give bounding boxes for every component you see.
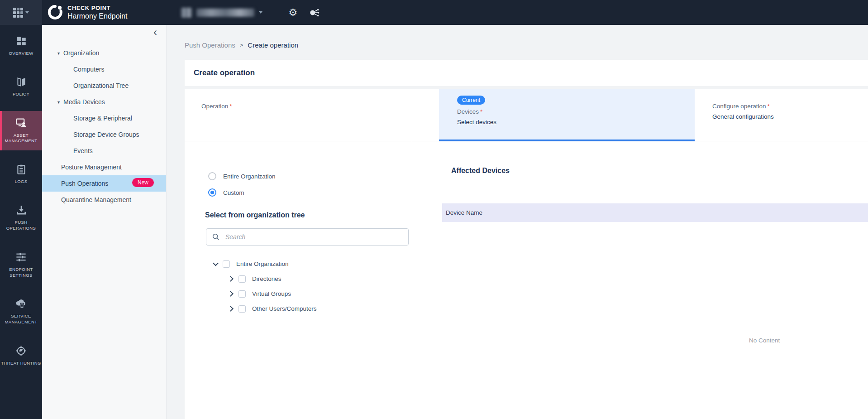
subnav-item-push-operations[interactable]: Push OperationsNew [42, 175, 166, 192]
tree-label: Entire Organization [236, 260, 289, 267]
subnav-item-quarantine-management[interactable]: Quarantine Management [42, 192, 166, 208]
subnav-item-posture-management[interactable]: Posture Management [42, 159, 166, 175]
sidebar-item-label: THREAT HUNTING [1, 361, 41, 366]
cloud-doc-icon [15, 298, 27, 310]
new-badge: New [132, 178, 154, 187]
step-label: Devices [457, 108, 479, 115]
tree-label: Virtual Groups [252, 290, 291, 297]
subnav-item-storage-device-groups[interactable]: Storage Device Groups [42, 126, 166, 143]
topbar: CHECK POINT Harmony Endpoint ⚙ [0, 0, 868, 25]
chevron-down-icon [25, 11, 29, 14]
step-content: Entire Organization Custom Select from o… [185, 141, 868, 419]
sidebar-item-label: SERVICE MANAGEMENT [1, 313, 41, 325]
subnav-label: Quarantine Management [61, 196, 131, 203]
subnav-label: Organizational Tree [73, 82, 129, 89]
subnav-label: Computers [73, 66, 104, 73]
subnav-item-events[interactable]: Events [42, 143, 166, 159]
tree-label: Other Users/Computers [252, 305, 317, 312]
subnav-item-organizational-tree[interactable]: Organizational Tree [42, 77, 166, 94]
harmony-endpoint-screen: CHECK POINT Harmony Endpoint ⚙ [0, 0, 868, 419]
step-configure-operation[interactable]: Configure operation* General configurati… [699, 89, 868, 141]
triangle-down-icon: ▾ [57, 100, 60, 105]
breadcrumb-push-operations[interactable]: Push Operations [185, 41, 235, 49]
settings-button[interactable]: ⚙ [289, 8, 298, 18]
step-sublabel: General configurations [712, 113, 868, 120]
checkbox[interactable] [238, 275, 246, 283]
step-label: Operation [201, 103, 228, 110]
subnav-item-organization[interactable]: ▾Organization [42, 45, 166, 61]
sidebar-item-asset-management[interactable]: ASSET MANAGEMENT [0, 111, 42, 151]
required-asterisk: * [229, 103, 232, 110]
step-devices-current[interactable]: Current Devices* Select devices [439, 89, 695, 141]
search-input[interactable] [225, 233, 403, 241]
chevron-down-icon [259, 11, 262, 14]
app-launcher-button[interactable] [0, 0, 42, 25]
product-name: Harmony Endpoint [67, 12, 128, 20]
step-operation[interactable]: Operation* [185, 89, 439, 141]
sidebar-item-endpoint-settings[interactable]: ENDPOINT SETTINGS [0, 245, 42, 285]
subnav-label: Events [73, 147, 93, 154]
brand-name: CHECK POINT [67, 5, 128, 11]
step-label: Configure operation [712, 103, 766, 110]
checkbox[interactable] [223, 260, 230, 268]
sidebar-item-logs[interactable]: LOGS [0, 158, 42, 191]
sidebar-item-push-operations[interactable]: PUSH OPERATIONS [0, 198, 42, 238]
subnav-label: Push Operations [61, 180, 108, 187]
infinity-portal-button[interactable] [308, 7, 320, 19]
chevron-down-icon[interactable] [213, 260, 219, 266]
gear-icon: ⚙ [289, 7, 298, 18]
network-share-icon [308, 7, 320, 19]
wizard-steps: Operation* Current Devices* Select devic… [185, 89, 868, 141]
tree-item-directories[interactable]: Directories [185, 271, 412, 286]
subnav-item-storage-peripheral[interactable]: Storage & Peripheral [42, 110, 166, 126]
radio-entire-organization[interactable]: Entire Organization [208, 169, 412, 183]
primary-sidebar: OVERVIEW POLICY ASSET MANAGEMENT [0, 25, 42, 419]
radio-checked-icon [208, 188, 216, 197]
subnav-item-media-devices[interactable]: ▾Media Devices [42, 94, 166, 110]
download-tray-icon [15, 204, 27, 216]
account-menu[interactable] [181, 8, 262, 18]
sidebar-item-label: ASSET MANAGEMENT [1, 133, 41, 144]
radio-label: Entire Organization [223, 173, 276, 180]
scope-radio-group: Entire Organization Custom [208, 169, 412, 199]
affected-devices-title: Affected Devices [451, 167, 868, 175]
sidebar-item-threat-hunting[interactable]: THREAT HUNTING [0, 339, 42, 373]
triangle-down-icon: ▾ [57, 51, 60, 56]
checkbox[interactable] [238, 290, 246, 298]
chevron-right-icon[interactable] [228, 306, 234, 312]
subnav-item-computers[interactable]: Computers [42, 61, 166, 77]
step-divider [695, 89, 699, 141]
clipboard-icon [15, 164, 27, 175]
chevron-left-icon: ‹ [153, 26, 157, 38]
crosshair-icon [15, 345, 27, 357]
device-selection-panel: Entire Organization Custom Select from o… [185, 141, 412, 419]
collapse-sidebar-button[interactable]: ‹ [153, 26, 157, 39]
main-content: Push Operations > Create operation Creat… [167, 25, 868, 419]
column-header-label: Device Name [446, 209, 482, 216]
sidebar-item-label: OVERVIEW [9, 51, 33, 57]
sidebar-item-overview[interactable]: OVERVIEW [0, 29, 42, 63]
radio-custom[interactable]: Custom [208, 186, 412, 199]
secondary-sidebar: ‹ ▾Organization Computers Organizational… [42, 25, 167, 419]
subnav-label: Storage Device Groups [73, 131, 139, 138]
affected-devices-panel: Affected Devices Device Name No Content [412, 141, 868, 419]
radio-unchecked-icon [208, 172, 216, 180]
subnav-label: Media Devices [63, 98, 105, 106]
checkbox[interactable] [238, 305, 246, 313]
tree-item-other-users-computers[interactable]: Other Users/Computers [185, 301, 412, 316]
sidebar-item-service-management[interactable]: SERVICE MANAGEMENT [0, 292, 42, 332]
policy-book-icon [15, 76, 27, 88]
breadcrumb-current: Create operation [248, 41, 298, 49]
tree-search[interactable] [206, 228, 409, 246]
search-icon [212, 233, 220, 241]
chevron-right-icon[interactable] [228, 276, 234, 282]
current-step-badge: Current [457, 96, 485, 105]
sidebar-item-policy[interactable]: POLICY [0, 70, 42, 104]
breadcrumb-separator: > [240, 42, 243, 48]
tree-item-entire-organization[interactable]: Entire Organization [185, 256, 412, 271]
tree-item-virtual-groups[interactable]: Virtual Groups [185, 286, 412, 301]
sidebar-item-label: POLICY [13, 92, 29, 97]
breadcrumb: Push Operations > Create operation [185, 40, 868, 49]
account-name-redacted [196, 9, 254, 17]
chevron-right-icon[interactable] [228, 291, 234, 297]
